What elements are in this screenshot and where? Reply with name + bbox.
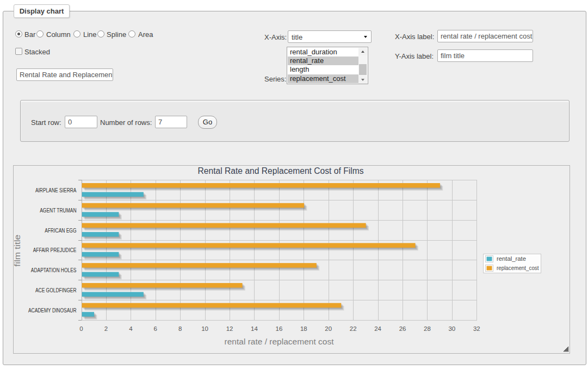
- svg-text:AFFAIR PREJUDICE: AFFAIR PREJUDICE: [33, 247, 77, 253]
- svg-text:AGENT TRUMAN: AGENT TRUMAN: [40, 208, 76, 214]
- svg-text:32: 32: [473, 325, 480, 332]
- svg-text:14: 14: [251, 325, 258, 332]
- svg-text:6: 6: [154, 325, 157, 332]
- svg-text:ADAPTATION HOLES: ADAPTATION HOLES: [31, 267, 77, 273]
- svg-text:ACE GOLDFINGER: ACE GOLDFINGER: [35, 287, 77, 293]
- svg-text:28: 28: [424, 325, 431, 332]
- svg-text:10: 10: [201, 325, 208, 332]
- svg-text:2: 2: [104, 325, 108, 332]
- svg-text:16: 16: [276, 325, 283, 332]
- svg-text:12: 12: [226, 325, 233, 332]
- svg-text:22: 22: [350, 325, 357, 332]
- svg-text:20: 20: [325, 325, 332, 332]
- svg-text:Rental Rate and Replacement Co: Rental Rate and Replacement Cost of Film…: [198, 166, 364, 175]
- svg-text:rental rate / replacement cost: rental rate / replacement cost: [225, 337, 334, 346]
- svg-text:ACADEMY DINOSAUR: ACADEMY DINOSAUR: [28, 308, 77, 313]
- svg-text:rental_rate: rental_rate: [497, 255, 526, 262]
- svg-text:4: 4: [129, 325, 133, 332]
- svg-text:18: 18: [300, 325, 307, 332]
- svg-text:26: 26: [399, 325, 406, 332]
- svg-text:replacement_cost: replacement_cost: [497, 265, 539, 271]
- svg-text:8: 8: [178, 325, 182, 332]
- svg-text:30: 30: [448, 325, 455, 332]
- svg-text:AFRICAN EGG: AFRICAN EGG: [45, 228, 76, 234]
- svg-text:0: 0: [79, 325, 83, 332]
- svg-text:film title: film title: [13, 234, 22, 266]
- svg-text:24: 24: [374, 325, 381, 332]
- svg-text:AIRPLANE SIERRA: AIRPLANE SIERRA: [35, 187, 77, 193]
